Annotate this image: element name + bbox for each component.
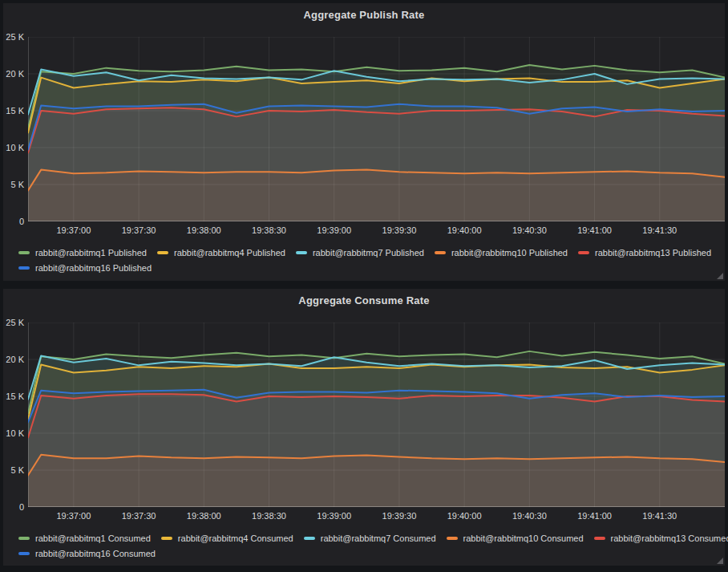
x-axis-label: 19:41:00 xyxy=(577,225,612,235)
y-axis-label: 5 K xyxy=(10,180,24,189)
legend-marker-icon xyxy=(594,537,605,540)
x-axis-label: 19:37:00 xyxy=(56,511,91,521)
y-axis-label: 10 K xyxy=(6,428,24,438)
legend-row: rabbit@rabbitmq1 Consumedrabbit@rabbitmq… xyxy=(18,530,722,546)
y-axis: 25 K20 K15 K10 K5 K0 xyxy=(3,37,26,221)
y-axis-label: 15 K xyxy=(6,106,24,116)
legend-item[interactable]: rabbit@rabbitmq7 Published xyxy=(296,248,424,258)
legend-item[interactable]: rabbit@rabbitmq13 Published xyxy=(578,248,711,258)
legend-item-label: rabbit@rabbitmq1 Consumed xyxy=(35,533,151,543)
legend-item[interactable]: rabbit@rabbitmq1 Published xyxy=(18,248,147,258)
panel-title[interactable]: Aggregate Publish Rate xyxy=(303,9,424,21)
x-axis-label: 19:38:00 xyxy=(187,225,221,235)
legend-marker-icon xyxy=(161,537,172,540)
panel-header: Aggregate Consume Rate xyxy=(3,289,725,311)
legend-marker-icon xyxy=(435,251,446,254)
panel-header: Aggregate Publish Rate xyxy=(3,3,725,26)
legend-item[interactable]: rabbit@rabbitmq10 Consumed xyxy=(447,533,584,543)
y-axis-label: 20 K xyxy=(6,355,24,364)
x-axis-label: 19:40:30 xyxy=(512,511,547,521)
legend-marker-icon xyxy=(18,251,30,254)
legend-item[interactable]: rabbit@rabbitmq1 Consumed xyxy=(18,533,151,543)
legend-item-label: rabbit@rabbitmq10 Published xyxy=(451,248,568,258)
legend-item[interactable]: rabbit@rabbitmq7 Consumed xyxy=(304,533,436,543)
x-axis: 19:37:0019:37:3019:38:0019:38:3019:39:00… xyxy=(28,511,725,523)
legend-marker-icon xyxy=(157,251,168,254)
legend-item-label: rabbit@rabbitmq13 Consumed xyxy=(611,533,728,543)
legend-item-label: rabbit@rabbitmq7 Published xyxy=(313,248,424,258)
legend: rabbit@rabbitmq1 Consumedrabbit@rabbitmq… xyxy=(18,530,722,561)
legend-row: rabbit@rabbitmq16 Published xyxy=(18,260,722,275)
y-axis: 25 K20 K15 K10 K5 K0 xyxy=(3,323,26,507)
x-axis-label: 19:40:00 xyxy=(447,511,482,521)
panel-resize-handle-icon[interactable] xyxy=(717,558,723,564)
x-axis-label: 19:37:00 xyxy=(56,225,91,235)
x-axis-label: 19:41:30 xyxy=(642,511,677,521)
x-axis-label: 19:38:30 xyxy=(252,225,286,235)
legend-item[interactable]: rabbit@rabbitmq13 Consumed xyxy=(594,533,728,543)
y-axis-label: 20 K xyxy=(6,69,24,79)
legend-item-label: rabbit@rabbitmq10 Consumed xyxy=(463,533,584,543)
legend-item-label: rabbit@rabbitmq13 Published xyxy=(595,248,711,258)
x-axis-label: 19:38:00 xyxy=(187,511,221,521)
y-axis-label: 0 xyxy=(19,217,24,226)
consume-rate-plot[interactable] xyxy=(28,323,725,507)
legend-item[interactable]: rabbit@rabbitmq4 Consumed xyxy=(161,533,293,543)
x-axis-label: 19:39:30 xyxy=(382,511,417,521)
x-axis-label: 19:37:30 xyxy=(122,225,156,235)
x-axis-label: 19:41:00 xyxy=(577,511,612,521)
publish-rate-plot[interactable] xyxy=(28,37,725,221)
x-axis-label: 19:38:30 xyxy=(252,511,286,521)
legend-item-label: rabbit@rabbitmq7 Consumed xyxy=(321,533,436,543)
legend-marker-icon xyxy=(578,251,589,254)
legend-item-label: rabbit@rabbitmq4 Consumed xyxy=(178,533,293,543)
y-axis-label: 10 K xyxy=(6,143,24,152)
y-axis-label: 5 K xyxy=(10,465,24,475)
x-axis-label: 19:41:30 xyxy=(642,225,677,235)
legend-item-label: rabbit@rabbitmq16 Published xyxy=(35,263,152,273)
x-axis-label: 19:37:30 xyxy=(122,511,156,521)
legend-marker-icon xyxy=(18,552,30,555)
x-axis-label: 19:39:30 xyxy=(382,225,417,235)
legend: rabbit@rabbitmq1 Publishedrabbit@rabbitm… xyxy=(18,245,722,275)
legend-row: rabbit@rabbitmq16 Consumed xyxy=(18,546,722,561)
legend-marker-icon xyxy=(296,251,307,254)
grafana-dashboard: Aggregate Publish Rate 25 K20 K15 K10 K5… xyxy=(0,0,728,572)
legend-item-label: rabbit@rabbitmq16 Consumed xyxy=(35,549,156,558)
x-axis-label: 19:40:00 xyxy=(447,225,482,235)
legend-item[interactable]: rabbit@rabbitmq10 Published xyxy=(435,248,568,258)
x-axis-label: 19:40:30 xyxy=(512,225,547,235)
panel-title[interactable]: Aggregate Consume Rate xyxy=(298,294,429,306)
legend-item[interactable]: rabbit@rabbitmq4 Published xyxy=(157,248,285,258)
legend-marker-icon xyxy=(18,266,30,270)
x-axis: 19:37:0019:37:3019:38:0019:38:3019:39:00… xyxy=(28,225,725,237)
x-axis-label: 19:39:00 xyxy=(317,225,351,235)
legend-marker-icon xyxy=(447,537,458,540)
legend-item-label: rabbit@rabbitmq4 Published xyxy=(174,248,285,258)
legend-item[interactable]: rabbit@rabbitmq16 Consumed xyxy=(18,549,156,558)
legend-row: rabbit@rabbitmq1 Publishedrabbit@rabbitm… xyxy=(18,245,722,260)
legend-marker-icon xyxy=(304,537,315,540)
legend-item[interactable]: rabbit@rabbitmq16 Published xyxy=(18,263,152,273)
panel-resize-handle-icon[interactable] xyxy=(717,273,723,279)
legend-marker-icon xyxy=(18,537,30,540)
legend-item-label: rabbit@rabbitmq1 Published xyxy=(35,248,147,258)
panel-aggregate-consume-rate: Aggregate Consume Rate 25 K20 K15 K10 K5… xyxy=(3,289,725,566)
y-axis-label: 25 K xyxy=(6,32,24,42)
y-axis-label: 25 K xyxy=(6,318,24,327)
y-axis-label: 0 xyxy=(19,502,24,512)
x-axis-label: 19:39:00 xyxy=(317,511,351,521)
panel-aggregate-publish-rate: Aggregate Publish Rate 25 K20 K15 K10 K5… xyxy=(3,3,725,281)
y-axis-label: 15 K xyxy=(6,391,24,401)
